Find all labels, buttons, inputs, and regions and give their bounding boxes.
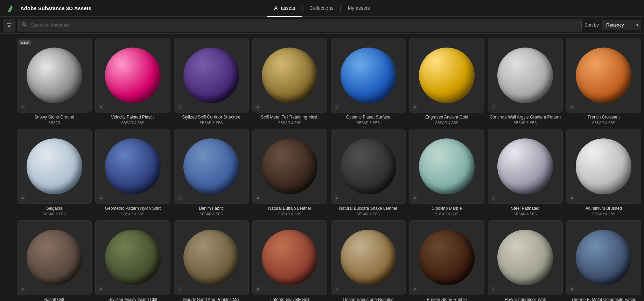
asset-card-seigaiha[interactable]: ✓SeigaihaSBSAR & SBS — [17, 129, 92, 216]
material-sphere — [419, 48, 475, 103]
download-check-icon[interactable]: ✓ — [176, 194, 183, 201]
asset-name: Snowy Stone Ground — [34, 115, 74, 120]
asset-type: SBSAR & SBS — [357, 121, 380, 125]
material-sphere — [576, 48, 631, 103]
material-sphere — [419, 138, 475, 194]
asset-card-stylized-mossy-island[interactable]: ✓Stylized Mossy Island CliffSBSAR & SBS — [95, 220, 170, 301]
asset-card-engraved-ancient-gold[interactable]: ✓Engraved Ancient GoldSBSAR & SBS — [409, 38, 484, 125]
main-nav: All assets Collections My assets — [267, 0, 377, 17]
download-check-icon[interactable]: ✓ — [569, 286, 576, 293]
download-check-icon[interactable]: ✓ — [490, 194, 497, 201]
asset-thumbnail: ✓ — [95, 38, 170, 113]
asset-card-desert-sandstone-nodules[interactable]: ✓Desert Sandstone NodulesSBSAR — [331, 220, 406, 301]
app-header: Adobe Substance 3D Assets All assets Col… — [0, 0, 644, 17]
tab-my-assets[interactable]: My assets — [341, 0, 377, 17]
sort-select[interactable]: Recency Name Date Added Popularity — [602, 20, 641, 30]
app-title: Adobe Substance 3D Assets — [20, 5, 91, 11]
asset-card-french-croissant[interactable]: ✓French CroissantSBSAR & SBS — [566, 38, 641, 125]
material-sphere — [497, 230, 553, 285]
asset-name: Engraved Ancient Gold — [425, 115, 468, 120]
download-check-icon[interactable]: ✓ — [98, 286, 105, 293]
material-sphere — [105, 230, 161, 285]
material-sphere — [183, 230, 239, 285]
asset-card-natural-buccata-snake[interactable]: ✓Natural Buccata Snake LeatherSBSAR & SB… — [331, 129, 406, 216]
asset-thumbnail: ✓ — [331, 220, 406, 295]
download-check-icon[interactable]: ✓ — [19, 103, 26, 110]
asset-name: Steel Patinated — [511, 206, 539, 212]
download-check-icon[interactable]: ✓ — [98, 103, 105, 110]
asset-thumbnail: ✓ — [174, 129, 249, 204]
asset-card-broken-stone-rubble[interactable]: ✓Broken Stone RubbleSBSAR — [409, 220, 484, 301]
asset-thumbnail: ✓ — [566, 129, 641, 204]
tab-collections[interactable]: Collections — [302, 0, 340, 17]
download-check-icon[interactable]: ✓ — [19, 286, 26, 293]
asset-card-thermo-bi-metal[interactable]: ✓Thermo Bi Metal Composite FabricSBSAR &… — [566, 220, 641, 301]
asset-name: Thermo Bi Metal Composite Fabric — [571, 297, 636, 301]
asset-thumbnail: ✓ — [17, 220, 92, 295]
download-check-icon[interactable]: ✓ — [490, 286, 497, 293]
asset-card-oceanic-planet-surface[interactable]: ✓Oceanic Planet SurfaceSBSAR & SBS — [331, 38, 406, 125]
tab-all-assets[interactable]: All assets — [267, 0, 302, 17]
download-check-icon[interactable]: ✓ — [569, 103, 576, 110]
asset-type: SBSAR & SBS — [200, 121, 223, 125]
download-check-icon[interactable]: ✓ — [412, 286, 419, 293]
asset-card-velocity-painted-plastic[interactable]: ✓Velocity Painted PlasticSBSAR & SBS — [95, 38, 170, 125]
asset-card-scifi-metal-foil[interactable]: ✓Scifi Metal Foil Retaining MeshSBSAR & … — [252, 38, 327, 125]
download-check-icon[interactable]: ✓ — [176, 286, 183, 293]
download-check-icon[interactable]: ✓ — [412, 103, 419, 110]
asset-card-basalt-cliff[interactable]: ✓Basalt CliffSBSAR — [17, 220, 92, 301]
sidebar — [0, 34, 14, 301]
asset-type: SBSAR & SBS — [278, 121, 301, 125]
asset-card-cipollino-marble[interactable]: ✓Cipollino MarbleSBSAR & SBS — [409, 129, 484, 216]
asset-thumbnail: ✓ — [331, 38, 406, 113]
material-sphere — [341, 230, 396, 285]
asset-card-aluminium-brushed[interactable]: ✓Aluminium BrushedSBSAR & SBS — [566, 129, 641, 216]
asset-card-steel-patinated[interactable]: ✓Steel PatinatedSBSAR & SBS — [488, 129, 563, 216]
svg-line-4 — [25, 26, 27, 27]
download-check-icon[interactable]: ✓ — [19, 194, 26, 201]
download-check-icon[interactable]: ✓ — [490, 103, 497, 110]
download-check-icon[interactable]: ✓ — [333, 103, 340, 110]
material-sphere — [576, 230, 631, 285]
asset-card-denim-fabric[interactable]: ✓Denim FabricSBSAR & SBS — [174, 129, 249, 216]
asset-card-concrete-wall-argyle[interactable]: ✓Concrete Wall Argyle Gradient PatternSB… — [488, 38, 563, 125]
download-check-icon[interactable]: ✓ — [255, 103, 262, 110]
asset-thumbnail: ✓ — [95, 220, 170, 295]
material-sphere — [105, 138, 161, 194]
search-input[interactable] — [18, 19, 582, 31]
asset-card-laterite-gravelly-soil[interactable]: ✓Laterite Gravelly SoilSBSAR — [252, 220, 327, 301]
asset-thumbnail: ✓ — [252, 220, 327, 295]
filter-button[interactable] — [3, 19, 15, 31]
download-check-icon[interactable]: ✓ — [412, 194, 419, 201]
asset-type: SBSAR & SBS — [592, 212, 615, 216]
download-check-icon[interactable]: ✓ — [333, 286, 340, 293]
asset-card-natural-buffalo-leather[interactable]: ✓Natural Buffalo LeatherSBSAR & SBS — [252, 129, 327, 216]
search-icon — [22, 22, 27, 28]
asset-card-raw-cinderblock-wall[interactable]: ✓Raw Cinderblock WallSBSAR — [488, 220, 563, 301]
download-check-icon[interactable]: ✓ — [569, 194, 576, 201]
material-sphere — [419, 230, 475, 285]
material-sphere — [497, 138, 553, 194]
asset-card-snowy-stone-ground[interactable]: NEW✓Snowy Stone GroundSBSAR — [17, 38, 92, 125]
material-sphere — [183, 138, 239, 194]
material-sphere — [105, 48, 161, 103]
material-sphere — [497, 48, 553, 103]
asset-thumbnail: ✓ — [174, 38, 249, 113]
download-check-icon[interactable]: ✓ — [255, 286, 262, 293]
asset-name: Stylized Mossy Island Cliff — [108, 297, 157, 301]
asset-thumbnail: ✓ — [409, 220, 484, 295]
download-check-icon[interactable]: ✓ — [255, 194, 262, 201]
asset-thumbnail: ✓ — [488, 220, 563, 295]
download-check-icon[interactable]: ✓ — [333, 194, 340, 201]
asset-card-stylized-scifi-corridor[interactable]: ✓Stylized Scifi Corridor StructureSBSAR … — [174, 38, 249, 125]
app-logo-icon — [6, 3, 17, 14]
material-sphere — [341, 48, 396, 103]
asset-card-muddy-sand-pebbles[interactable]: ✓Muddy Sand And Pebbles MixSBSAR — [174, 220, 249, 301]
asset-type: SBSAR & SBS — [514, 121, 537, 125]
assets-grid-wrap: NEW✓Snowy Stone GroundSBSAR✓Velocity Pai… — [14, 34, 644, 301]
asset-thumbnail: ✓ — [331, 129, 406, 204]
download-check-icon[interactable]: ✓ — [176, 103, 183, 110]
asset-name: Velocity Painted Plastic — [111, 115, 154, 120]
asset-card-geometric-pattern-nylon[interactable]: ✓Geometric Pattern Nylon ShirtSBSAR & SB… — [95, 129, 170, 216]
download-check-icon[interactable]: ✓ — [98, 194, 105, 201]
